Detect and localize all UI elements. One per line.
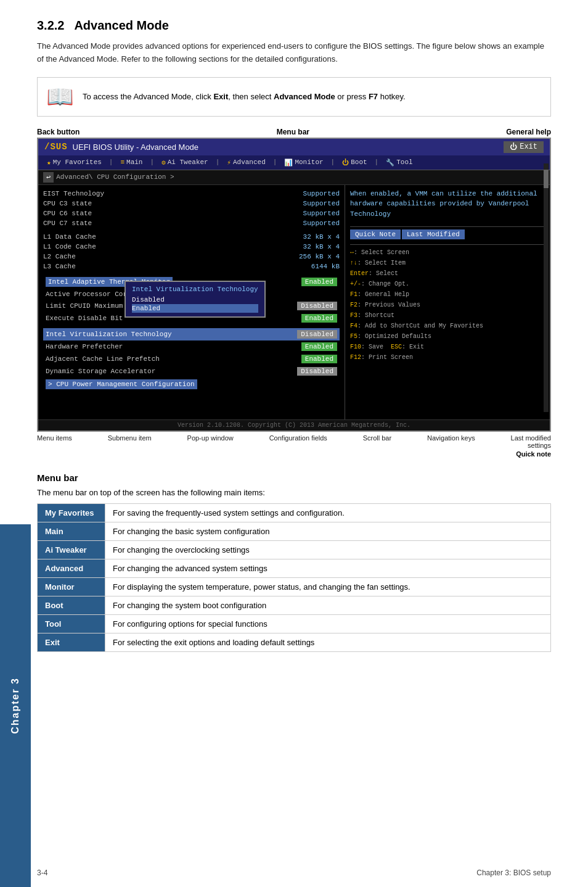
popup-title: Intel Virtualization Technology [132,286,258,293]
menu-item-name: Advanced [38,559,105,577]
table-row: My FavoritesFor saving the frequently-us… [38,503,551,522]
boot-label: Boot [351,159,367,166]
ai-tweaker-label: Ai Tweaker [168,159,208,166]
scroll-thumb[interactable] [544,170,549,188]
menu-item-description: For changing the advanced system setting… [105,559,551,577]
list-icon: ≡ [120,159,125,166]
chapter-sidebar: Chapter 3 [0,524,31,887]
cpu-power-mgmt-row[interactable]: > CPU Power Management Configuration [43,377,340,391]
bolt-icon: ⚡ [227,159,231,167]
section-title: Advanced Mode [74,19,168,32]
general-help-label: General help [506,128,551,136]
bottom-annotations: Menu items Submenu item Pop-up window Co… [37,434,551,449]
breadcrumb-path: Advanced\ CPU Configuration > [56,173,174,181]
gear-icon: ⚙ [161,159,166,167]
scroll-bar-label: Scroll bar [363,434,391,449]
menu-item-name: My Favorites [38,503,105,522]
menubar-item-tool[interactable]: 🔧 Tool [381,157,417,168]
book-icon: 📖 [46,84,74,110]
section-heading: 3.2.2 Advanced Mode [37,19,551,33]
cpu-c6-row: CPU C6 state Supported [43,208,340,218]
menu-item-description: For displaying the system temperature, p… [105,577,551,596]
menu-item-name: Main [38,522,105,540]
wrench-icon: 🔧 [386,159,394,167]
intro-text: The Advanced Mode provides advanced opti… [37,40,551,66]
quick-note-label: Quick note [37,450,551,458]
table-row: BootFor changing the system boot configu… [38,596,551,614]
menubar-item-ai-tweaker[interactable]: ⚙ Ai Tweaker [157,157,213,168]
table-row: MainFor changing the basic system config… [38,522,551,540]
nav-keys-panel: ↔: Select Screen ↑↓: Select Item Enter: … [350,247,545,363]
intel-virt-tech-row[interactable]: Intel Virtualization Technology Disabled [43,328,340,340]
page-footer: 3-4 Chapter 3: BIOS setup [37,868,551,877]
divider2 [350,244,545,245]
menubar-description: The menu bar on top of the screen has th… [37,488,551,497]
info-box-text: To access the Advanced Mode, click Exit,… [83,92,406,101]
star-icon: ★ [47,159,51,167]
bios-left-panel: EIST Technology Supported CPU C3 state S… [38,185,345,419]
menu-item-description: For changing the overclocking settings [105,540,551,559]
bios-screenshot: /SUS UEFI BIOS Utility - Advanced Mode ⏻… [37,138,551,432]
main-label: Main [126,159,142,166]
power-icon: ⏻ [510,142,517,152]
menu-item-name: Monitor [38,577,105,596]
menu-table: My FavoritesFor saving the frequently-us… [37,503,551,652]
dynamic-storage-row[interactable]: Dynamic Storage Accelerator Disabled [43,365,340,377]
chapter-label: Chapter 3 [10,677,21,734]
menu-item-description: For changing the system boot configurati… [105,596,551,614]
cpu-c3-row: CPU C3 state Supported [43,199,340,208]
monitor-label: Monitor [295,159,323,166]
menu-item-description: For saving the frequently-used system se… [105,503,551,522]
back-arrow-button[interactable]: ↩ [43,172,54,183]
table-row: ToolFor configuring options for special … [38,614,551,633]
submenu-item-label: Submenu item [108,434,152,449]
scroll-bar[interactable] [544,163,549,412]
bios-main-area: EIST Technology Supported CPU C3 state S… [38,185,550,419]
l2-cache-row: L2 Cache 256 kB x 4 [43,252,340,262]
menu-item-description: For changing the basic system configurat… [105,522,551,540]
menubar-item-favorites[interactable]: ★ My Favorites [42,157,107,168]
info-box: 📖 To access the Advanced Mode, click Exi… [37,77,551,117]
chart-icon: 📊 [284,159,293,167]
exit-label: Exit [520,142,537,151]
power-menu-icon: ⏻ [342,159,349,167]
bios-exit-button[interactable]: ⏻ Exit [504,141,544,153]
page-chapter-label: Chapter 3: BIOS setup [476,868,551,877]
table-row: AdvancedFor changing the advanced system… [38,559,551,577]
advanced-label: Advanced [233,159,266,166]
l3-cache-row: L3 Cache 6144 kB [43,262,340,271]
l1-data-cache-row: L1 Data Cache 32 kB x 4 [43,232,340,242]
cpu-c7-row: CPU C7 state Supported [43,218,340,228]
bios-right-panel: When enabled, a VMM can utilize the addi… [345,185,550,419]
popup-item-enabled[interactable]: Enabled [132,304,258,313]
hw-prefetcher-row[interactable]: Hardware Prefetcher Enabled [43,340,340,353]
menu-item-description: For configuring options for special func… [105,614,551,633]
menu-bar-label: Menu bar [277,128,309,136]
divider [350,226,545,227]
eist-row: EIST Technology Supported [43,189,340,199]
menu-item-name: Exit [38,633,105,651]
last-modified-button[interactable]: Last Modified [402,229,465,239]
help-text: When enabled, a VMM can utilize the addi… [350,189,545,220]
menubar-heading: Menu bar [37,472,551,483]
menu-item-name: Tool [38,614,105,633]
menubar-section: Menu bar The menu bar on top of the scre… [37,472,551,652]
bios-menubar: ★ My Favorites | ≡ Main | ⚙ Ai Tweaker |… [38,155,550,170]
quicknote-bar: Quick Note Last Modified [350,229,545,239]
popup-window: Intel Virtualization Technology Disabled… [125,281,266,318]
quick-note-button[interactable]: Quick Note [350,229,401,239]
page-number: 3-4 [37,868,47,877]
menubar-item-boot[interactable]: ⏻ Boot [337,157,372,168]
menubar-item-monitor[interactable]: 📊 Monitor [279,157,328,168]
bios-titlebar: /SUS UEFI BIOS Utility - Advanced Mode ⏻… [38,139,550,155]
adj-cache-row[interactable]: Adjacent Cache Line Prefetch Enabled [43,353,340,365]
menubar-item-advanced[interactable]: ⚡ Advanced [222,157,270,168]
section-number: 3.2.2 [37,19,64,32]
last-modified-label: Last modifiedsettings [511,434,551,449]
bios-footer: Version 2.10.1208. Copyright (C) 2013 Am… [38,419,550,431]
bios-logo: /SUS [44,142,68,152]
table-row: MonitorFor displaying the system tempera… [38,577,551,596]
bios-title: UEFI BIOS Utility - Advanced Mode [73,142,198,152]
popup-item-disabled[interactable]: Disabled [132,295,258,304]
menubar-item-main[interactable]: ≡ Main [115,157,147,168]
